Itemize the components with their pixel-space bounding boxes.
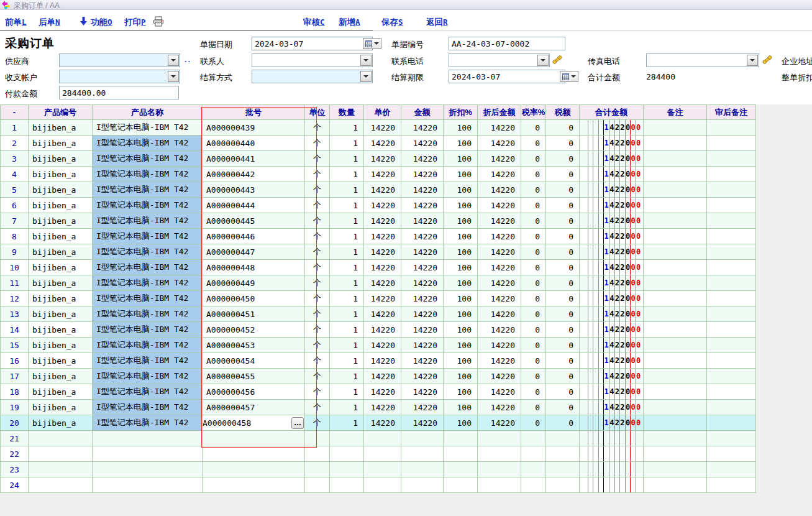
grid-cell-unit[interactable]: 个 bbox=[305, 182, 330, 198]
grid-cell-name[interactable]: I型笔记本电脑-IBM T42 bbox=[93, 229, 203, 244]
grid-cell-audit_remark[interactable] bbox=[707, 306, 756, 322]
grid-cell-num[interactable]: 23 bbox=[1, 462, 29, 477]
grid-cell-name[interactable] bbox=[93, 431, 203, 446]
grid-cell-remark[interactable] bbox=[644, 400, 707, 415]
grid-cell-price[interactable]: 14220 bbox=[364, 136, 401, 151]
grid-cell-remark[interactable] bbox=[644, 244, 707, 260]
grid-cell-discount[interactable]: 100 bbox=[444, 353, 478, 369]
grid-cell-discounted[interactable]: 14220 bbox=[478, 229, 521, 244]
prev-doc-button[interactable]: 前单L bbox=[5, 17, 27, 28]
grid-cell-discount[interactable]: 100 bbox=[444, 151, 478, 167]
grid-cell-price[interactable]: 14220 bbox=[364, 120, 401, 136]
grid-cell-num[interactable]: 11 bbox=[1, 275, 29, 291]
grid-cell-unit[interactable]: 个 bbox=[305, 415, 330, 431]
grid-cell-code[interactable]: bijiben_a bbox=[29, 182, 93, 198]
grid-cell-code[interactable]: bijiben_a bbox=[29, 167, 93, 182]
grid-cell-price[interactable]: 14220 bbox=[364, 213, 401, 229]
grid-cell-audit_remark[interactable] bbox=[707, 338, 756, 353]
grid-cell-tax_rate[interactable]: 0 bbox=[521, 198, 546, 213]
grid-cell-tax_rate[interactable]: 0 bbox=[521, 136, 546, 151]
grid-cell-unit[interactable]: 个 bbox=[305, 306, 330, 322]
grid-cell-batch[interactable] bbox=[203, 446, 305, 462]
grid-cell-discounted[interactable]: 14220 bbox=[478, 400, 521, 415]
grid-cell-qty[interactable] bbox=[330, 462, 364, 477]
grid-cell-price[interactable]: 14220 bbox=[364, 384, 401, 400]
grid-cell-num[interactable]: 10 bbox=[1, 260, 29, 275]
grid-cell-discounted[interactable]: 14220 bbox=[478, 244, 521, 260]
phone-icon[interactable] bbox=[552, 54, 563, 65]
grid-cell-ledger[interactable] bbox=[580, 431, 644, 446]
grid-cell-num[interactable]: 15 bbox=[1, 338, 29, 353]
grid-cell-unit[interactable]: 个 bbox=[305, 275, 330, 291]
function-button[interactable]: 功能O bbox=[91, 17, 112, 28]
grid-cell-qty[interactable]: 1 bbox=[330, 338, 364, 353]
grid-cell-tax[interactable] bbox=[546, 462, 580, 477]
grid-cell-code[interactable]: bijiben_a bbox=[29, 353, 93, 369]
grid-cell-tax_rate[interactable] bbox=[521, 446, 546, 462]
grid-cell-audit_remark[interactable] bbox=[707, 322, 756, 338]
grid-cell-ledger[interactable]: 1422000 bbox=[580, 182, 644, 198]
grid-cell-tax_rate[interactable]: 0 bbox=[521, 369, 546, 384]
grid-cell-price[interactable]: 14220 bbox=[364, 151, 401, 167]
grid-cell-audit_remark[interactable] bbox=[707, 229, 756, 244]
grid-cell-ledger[interactable]: 1422000 bbox=[580, 415, 644, 431]
grid-cell-discounted[interactable]: 14220 bbox=[478, 322, 521, 338]
grid-cell-unit[interactable]: 个 bbox=[305, 260, 330, 275]
grid-cell-batch[interactable]: A000000445 bbox=[203, 213, 305, 229]
grid-cell-remark[interactable] bbox=[644, 462, 707, 477]
grid-cell-price[interactable]: 14220 bbox=[364, 167, 401, 182]
grid-cell-discounted[interactable]: 14220 bbox=[478, 167, 521, 182]
grid-cell-tax[interactable]: 0 bbox=[546, 291, 580, 306]
grid-cell-remark[interactable] bbox=[644, 120, 707, 136]
grid-cell-unit[interactable]: 个 bbox=[305, 244, 330, 260]
grid-cell-code[interactable]: bijiben_a bbox=[29, 306, 93, 322]
grid-cell-tax_rate[interactable]: 0 bbox=[521, 353, 546, 369]
grid-cell-amount[interactable]: 14220 bbox=[401, 120, 444, 136]
grid-cell-amount[interactable]: 14220 bbox=[401, 213, 444, 229]
grid-cell-num[interactable]: 17 bbox=[1, 369, 29, 384]
grid-cell-discounted[interactable]: 14220 bbox=[478, 136, 521, 151]
supplier-browse-button[interactable]: .. bbox=[185, 55, 191, 64]
grid-cell-ledger[interactable]: 1422000 bbox=[580, 369, 644, 384]
grid-cell-price[interactable]: 14220 bbox=[364, 291, 401, 306]
grid-cell-ledger[interactable]: 1422000 bbox=[580, 384, 644, 400]
grid-cell-name[interactable] bbox=[93, 477, 203, 493]
grid-cell-discount[interactable]: 100 bbox=[444, 198, 478, 213]
grid-cell-ledger[interactable]: 1422000 bbox=[580, 275, 644, 291]
grid-cell-code[interactable]: bijiben_a bbox=[29, 244, 93, 260]
grid-cell-code[interactable]: bijiben_a bbox=[29, 229, 93, 244]
grid-cell-num[interactable]: 9 bbox=[1, 244, 29, 260]
grid-cell-discounted[interactable] bbox=[478, 462, 521, 477]
grid-cell-discounted[interactable]: 14220 bbox=[478, 291, 521, 306]
grid-cell-code[interactable] bbox=[29, 446, 93, 462]
grid-cell-batch[interactable]: A000000455 bbox=[203, 369, 305, 384]
grid-cell-tax[interactable]: 0 bbox=[546, 369, 580, 384]
grid-cell-tax_rate[interactable]: 0 bbox=[521, 229, 546, 244]
grid-cell-remark[interactable] bbox=[644, 353, 707, 369]
grid-cell-name[interactable]: I型笔记本电脑-IBM T42 bbox=[93, 291, 203, 306]
grid-cell-code[interactable]: bijiben_a bbox=[29, 260, 93, 275]
grid-cell-tax_rate[interactable]: 0 bbox=[521, 244, 546, 260]
grid-cell-name[interactable] bbox=[93, 446, 203, 462]
grid-cell-qty[interactable]: 1 bbox=[330, 275, 364, 291]
grid-cell-discounted[interactable] bbox=[478, 477, 521, 493]
grid-cell-qty[interactable]: 1 bbox=[330, 291, 364, 306]
supplier-dropdown-button[interactable] bbox=[168, 55, 179, 66]
grid-cell-ledger[interactable] bbox=[580, 462, 644, 477]
grid-cell-name[interactable]: I型笔记本电脑-IBM T42 bbox=[93, 213, 203, 229]
next-doc-button[interactable]: 后单N bbox=[39, 17, 60, 28]
grid-cell-audit_remark[interactable] bbox=[707, 136, 756, 151]
grid-cell-num[interactable]: 8 bbox=[1, 229, 29, 244]
grid-cell-price[interactable]: 14220 bbox=[364, 260, 401, 275]
grid-cell-tax_rate[interactable]: 0 bbox=[521, 167, 546, 182]
grid-cell-name[interactable]: I型笔记本电脑-IBM T42 bbox=[93, 182, 203, 198]
grid-cell-amount[interactable]: 14220 bbox=[401, 275, 444, 291]
grid-cell-discount[interactable]: 100 bbox=[444, 400, 478, 415]
grid-cell-unit[interactable]: 个 bbox=[305, 198, 330, 213]
grid-cell-audit_remark[interactable] bbox=[707, 462, 756, 477]
grid-cell-price[interactable] bbox=[364, 477, 401, 493]
account-combobox[interactable] bbox=[59, 70, 180, 83]
grid-cell-remark[interactable] bbox=[644, 167, 707, 182]
grid-cell-batch[interactable] bbox=[203, 462, 305, 477]
grid-cell-amount[interactable] bbox=[401, 477, 444, 493]
